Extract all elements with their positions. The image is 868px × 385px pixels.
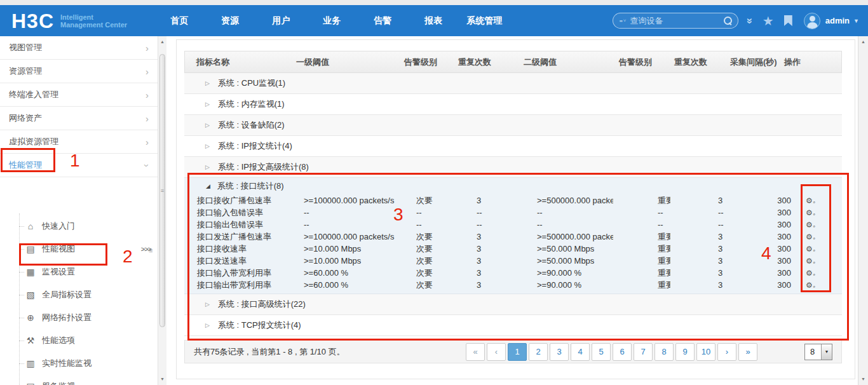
- nav-report[interactable]: 报表: [408, 15, 459, 27]
- collapse-triangle-icon[interactable]: ◢: [206, 183, 210, 189]
- settings-gear-icon[interactable]: ⚙∘: [806, 269, 816, 278]
- next-page-button[interactable]: ›: [717, 343, 736, 361]
- submenu-monitor-settings[interactable]: ▦监视设置: [20, 260, 153, 283]
- page-size-value: 8: [805, 344, 821, 360]
- nav-system[interactable]: 系统管理: [459, 15, 510, 27]
- submenu-realtime-monitor[interactable]: ▥实时性能监视: [20, 352, 153, 375]
- expanded-group-header[interactable]: ◢系统 : 接口统计(8): [184, 178, 842, 194]
- submenu-performance-options[interactable]: ⚒性能选项: [20, 329, 153, 352]
- nav-user[interactable]: 用户: [255, 15, 306, 27]
- metric-cell: 3: [458, 196, 518, 205]
- page-button-5[interactable]: 5: [592, 343, 611, 361]
- username-label[interactable]: admin: [825, 16, 850, 25]
- nav-resource[interactable]: 资源: [205, 15, 255, 27]
- search-icon[interactable]: [724, 17, 732, 25]
- scroll-up-arrow-icon[interactable]: ▲: [158, 37, 166, 46]
- page-scrollbar[interactable]: ▲ ≡ ▼: [858, 36, 868, 385]
- page-button-2[interactable]: 2: [529, 343, 548, 361]
- nav-service[interactable]: 业务: [306, 15, 357, 27]
- expand-triangle-icon[interactable]: ▷: [205, 322, 210, 328]
- sidebar-scrollbar-thumb[interactable]: ≡: [159, 54, 165, 327]
- last-page-button[interactable]: »: [738, 343, 757, 361]
- expand-triangle-icon[interactable]: ▷: [205, 164, 210, 170]
- page-size-select[interactable]: 8 ▼: [804, 344, 832, 360]
- operation-cell: ⚙∘: [804, 220, 842, 229]
- search-scope-icon[interactable]: ▪▪: [619, 18, 621, 24]
- expand-triangle-icon[interactable]: ▷: [205, 143, 210, 149]
- device-search-box[interactable]: ▪▪ ˅: [613, 13, 738, 29]
- group-row-tcp-packet[interactable]: ▷系统 : TCP报文统计(4): [184, 315, 842, 336]
- sidebar-splitter-grip[interactable]: ≡: [149, 247, 153, 254]
- scroll-up-arrow-icon[interactable]: ▲: [858, 37, 868, 46]
- metric-cell: 300: [724, 208, 804, 217]
- expand-triangle-icon[interactable]: ▷: [205, 301, 210, 307]
- page-button-6[interactable]: 6: [613, 343, 632, 361]
- dropdown-arrow-icon[interactable]: ▼: [821, 344, 832, 360]
- nav-alarm[interactable]: 告警: [357, 15, 408, 27]
- settings-gear-icon[interactable]: ⚙∘: [806, 245, 816, 253]
- search-scope-caret-icon[interactable]: ˅: [623, 18, 627, 24]
- page-button-3[interactable]: 3: [550, 343, 569, 361]
- sidebar-item-terminal-access[interactable]: 终端准入管理›: [0, 83, 158, 107]
- submenu-network-topology[interactable]: ⊕网络拓扑设置: [20, 306, 153, 329]
- sidebar-item-resource-management[interactable]: 资源管理›: [0, 60, 158, 83]
- sidebar-item-network-assets[interactable]: 网络资产›: [0, 107, 158, 130]
- settings-gear-icon[interactable]: ⚙∘: [806, 233, 816, 241]
- chevron-down-icon: ›: [142, 164, 153, 167]
- submenu-quick-start[interactable]: ⌂快速入门: [20, 215, 153, 238]
- sidebar-item-performance-management[interactable]: 性能管理›: [0, 154, 158, 177]
- group-row-interface-adv[interactable]: ▷系统 : 接口高级统计(22): [184, 294, 842, 315]
- metric-row: 接口输入包错误率------------300⚙∘: [184, 206, 842, 219]
- page-button-10[interactable]: 10: [696, 343, 715, 361]
- first-page-button[interactable]: «: [466, 343, 485, 361]
- submenu-global-index-settings[interactable]: ▧全局指标设置: [20, 283, 153, 306]
- settings-gear-icon[interactable]: ⚙∘: [806, 208, 816, 217]
- sidebar-item-view-management[interactable]: 视图管理›: [0, 36, 158, 60]
- metric-cell: >=10.000 Mbps: [286, 244, 403, 253]
- metric-cell: 接口输入包错误率: [184, 207, 286, 219]
- user-menu-caret-icon[interactable]: ▼: [853, 18, 859, 24]
- group-row-cpu[interactable]: ▷系统 : CPU监视(1): [184, 73, 842, 94]
- scroll-down-arrow-icon[interactable]: ▼: [858, 375, 868, 384]
- submenu-performance-view[interactable]: ▤性能视图>>>: [20, 238, 153, 260]
- expand-triangle-icon[interactable]: ▷: [205, 101, 210, 107]
- group-row-device-defect[interactable]: ▷系统 : 设备缺陷(2): [184, 115, 842, 136]
- favorites-star-icon[interactable]: ★: [763, 13, 774, 29]
- settings-gear-icon[interactable]: ⚙∘: [806, 257, 816, 266]
- col-alarm-level1: 告警级别: [404, 57, 458, 68]
- page-button-4[interactable]: 4: [571, 343, 590, 361]
- page-button-1[interactable]: 1: [508, 343, 527, 361]
- home-icon: ⌂: [25, 221, 36, 231]
- table-footer-bar: 共有75条记录 , 当前第1 - 8 , 第 1/10 页。 «‹1234567…: [184, 340, 842, 363]
- scroll-down-arrow-icon[interactable]: ▼: [158, 375, 166, 384]
- chevron-right-icon: ›: [146, 66, 149, 77]
- group-row-ip-packet-adv[interactable]: ▷系统 : IP报文高级统计(8): [184, 157, 842, 178]
- metric-row: 接口发送速率>=10.000 Mbps次要3>=50.000 Mbps重要330…: [184, 255, 842, 267]
- group-row-memory[interactable]: ▷系统 : 内存监视(1): [184, 94, 842, 115]
- pagination: «‹12345678910›»: [466, 343, 757, 361]
- metric-cell: 重要: [613, 243, 670, 255]
- page-button-8[interactable]: 8: [654, 343, 674, 361]
- page-button-9[interactable]: 9: [675, 343, 695, 361]
- prev-page-button[interactable]: ‹: [487, 343, 506, 361]
- expand-triangle-icon[interactable]: ▷: [205, 122, 210, 128]
- sidebar-scrollbar[interactable]: ▲ ≡ ▼: [158, 36, 166, 385]
- metric-cell: 300: [724, 256, 804, 266]
- search-input[interactable]: [630, 16, 721, 25]
- bookmark-icon[interactable]: [784, 15, 792, 26]
- page-button-7[interactable]: 7: [634, 343, 653, 361]
- settings-gear-icon[interactable]: ⚙∘: [806, 220, 816, 229]
- collapse-double-chevron-icon[interactable]: »: [743, 18, 756, 24]
- settings-gear-icon[interactable]: ⚙∘: [806, 196, 816, 205]
- metric-cell: 3: [458, 256, 518, 266]
- submenu-service-monitor[interactable]: ▣服务监视: [20, 375, 153, 385]
- group-row-ip-packet[interactable]: ▷系统 : IP报文统计(4): [184, 136, 842, 157]
- nav-home[interactable]: 首页: [154, 15, 205, 27]
- metric-cell: 接口输出带宽利用率: [184, 280, 286, 291]
- settings-gear-icon[interactable]: ⚙∘: [806, 281, 816, 290]
- performance-submenu: ⌂快速入门 ▤性能视图>>> ▦监视设置 ▧全局指标设置 ⊕网络拓扑设置 ⚒性能…: [19, 213, 153, 385]
- sidebar-item-virtual-resource[interactable]: 虚拟资源管理›: [0, 130, 158, 154]
- user-avatar[interactable]: [804, 13, 820, 29]
- table-header-row: 指标名称 一级阈值 告警级别 重复次数 二级阈值 告警级别 重复次数 采集间隔(…: [184, 51, 842, 73]
- expand-triangle-icon[interactable]: ▷: [205, 80, 210, 86]
